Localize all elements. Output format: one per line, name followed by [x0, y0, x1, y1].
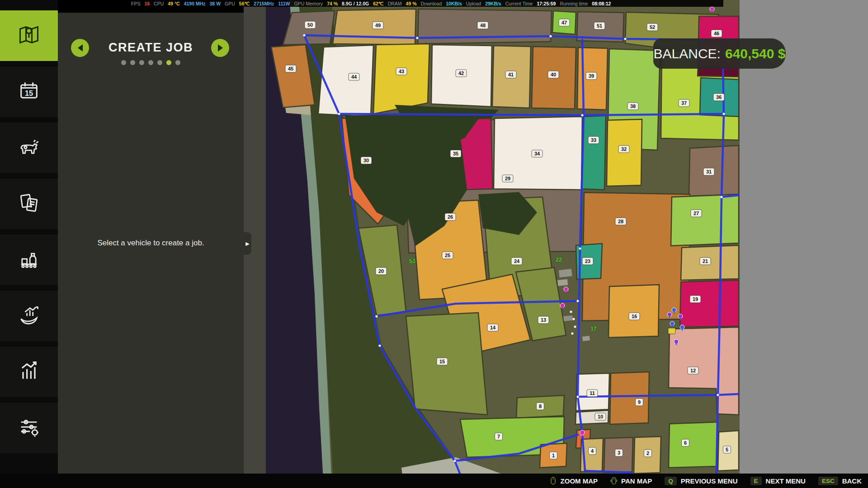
field-43[interactable] [373, 44, 429, 114]
field-19[interactable] [680, 280, 739, 327]
poi-pin-icon[interactable] [680, 325, 684, 329]
wizard-dot-6 [166, 60, 171, 65]
vehicle-marker [572, 318, 575, 320]
key-badge-q: Q [665, 477, 677, 485]
next-page-button[interactable] [211, 39, 229, 57]
action-next-menu[interactable]: ENEXT MENU [750, 477, 806, 485]
sidebar-item-animals[interactable] [0, 122, 58, 173]
sidebar-item-contracts[interactable] [0, 178, 58, 229]
stat-value: 38 W [210, 1, 221, 6]
key-badge-esc: ESC [818, 477, 838, 485]
poi-pin-icon[interactable] [564, 287, 568, 291]
field-number-text: 21 [703, 258, 708, 264]
field-number-text: 50 [307, 22, 313, 28]
stat-label: Running time [560, 1, 588, 6]
field-number-text: 4 [591, 448, 594, 454]
field-number-text: 35 [453, 151, 458, 156]
stat-value: 111W [278, 1, 290, 6]
owned-field-number-text: 53 [409, 258, 415, 264]
vehicle-marker [579, 247, 581, 249]
stat-value: 16 [144, 1, 150, 6]
instruction-text: Select a vehicle to create a job. [67, 239, 235, 248]
field-number-text: 8 [539, 404, 542, 409]
field-9[interactable] [610, 372, 649, 424]
sidebar-item-statistics[interactable] [0, 347, 58, 397]
field-number-text: 26 [448, 214, 453, 220]
vehicle-marker [574, 325, 576, 328]
wizard-dot-5 [157, 60, 162, 65]
vehicle-marker [722, 113, 725, 115]
poi-pin-icon[interactable] [667, 312, 672, 317]
poi-pin-icon[interactable] [670, 321, 675, 326]
vehicle-marker [375, 315, 377, 317]
field-number-text: 42 [458, 70, 464, 76]
field-33[interactable] [582, 116, 606, 190]
field-number-text: 11 [590, 390, 595, 396]
action-pan-map[interactable]: PAN MAP [610, 476, 652, 485]
field-number-text: 13 [541, 317, 546, 323]
field-number-text: 25 [445, 253, 450, 258]
vehicle-marker [378, 344, 381, 347]
farm-building [582, 336, 590, 341]
field-16[interactable] [609, 285, 659, 338]
action-zoom-map[interactable]: ZOOM MAP [550, 476, 598, 485]
action-previous-menu[interactable]: QPREVIOUS MENU [665, 477, 737, 485]
sidebar-item-calendar[interactable]: 15 [0, 66, 58, 117]
sidebar-item-finances[interactable] [0, 291, 58, 341]
field-number-text: 38 [630, 103, 636, 109]
field-6[interactable] [669, 422, 718, 468]
field-number-text: 1 [552, 453, 555, 458]
production-icon [17, 247, 41, 272]
vehicle-marker [453, 460, 456, 462]
stat-value: 17:25:59 [537, 1, 556, 6]
sidebar-item-settings[interactable] [0, 403, 58, 453]
stat-value: 49 % [406, 1, 417, 6]
action-back[interactable]: ESCBACK [818, 477, 862, 485]
stat-value: 56℃ [239, 1, 250, 6]
field-number-text: 7 [497, 434, 500, 439]
stat-value: 2715MHz [254, 1, 274, 6]
poi-pin-icon[interactable] [710, 7, 714, 11]
farm-building [563, 315, 573, 321]
poi-pin-icon[interactable] [674, 339, 679, 344]
field-number-text: 39 [589, 73, 594, 79]
field-44[interactable] [318, 45, 373, 117]
vehicle-marker [571, 332, 573, 334]
field-number-text: 36 [716, 94, 722, 100]
poi-pin-icon[interactable] [560, 303, 565, 308]
owned-field-number-text: 22 [556, 257, 562, 263]
field-number-text: 28 [618, 219, 623, 224]
vehicle-marker [549, 35, 552, 37]
stat-label: Upload [466, 1, 481, 6]
field-number-text: 14 [490, 325, 496, 330]
field-number-text: 24 [514, 258, 520, 264]
panel-collapse-tab[interactable]: ▶ [244, 232, 251, 255]
field-number-text: 32 [621, 146, 627, 152]
wizard-dot-7 [175, 60, 180, 65]
stat-value: 4190 MHz [184, 1, 206, 6]
field-27[interactable] [671, 194, 739, 246]
world-map[interactable]: 2950494847515237463645444342414039383534… [266, 0, 740, 488]
stat-value: 10KB/s [446, 1, 462, 6]
poi-pin-icon[interactable] [580, 430, 585, 435]
sidebar-item-production[interactable] [0, 235, 58, 285]
settings-icon [17, 415, 41, 441]
stat-label: GPU Memory [294, 1, 323, 6]
stat-value: 8.9G / 12.0G [342, 1, 369, 6]
field-number-text: 3 [618, 450, 620, 455]
field-number-text: 27 [693, 211, 699, 216]
game-screen: 2950494847515237463645444342414039383534… [0, 0, 868, 488]
sidebar-item-map[interactable] [0, 10, 58, 61]
poi-pin-icon[interactable] [678, 314, 683, 319]
vehicle-marker [416, 37, 418, 39]
farm-building [559, 269, 572, 277]
field-number-text: 31 [706, 169, 712, 174]
poi-square-icon[interactable] [668, 328, 675, 334]
contracts-icon [17, 191, 41, 216]
wizard-dot-4 [148, 60, 153, 65]
poi-pin-icon[interactable] [672, 308, 676, 312]
stat-label: GPU [225, 1, 235, 6]
field-number-text: 40 [551, 72, 556, 77]
mouse-pan-icon [610, 476, 617, 485]
map-canvas[interactable]: 2950494847515237463645444342414039383534… [266, 0, 740, 488]
